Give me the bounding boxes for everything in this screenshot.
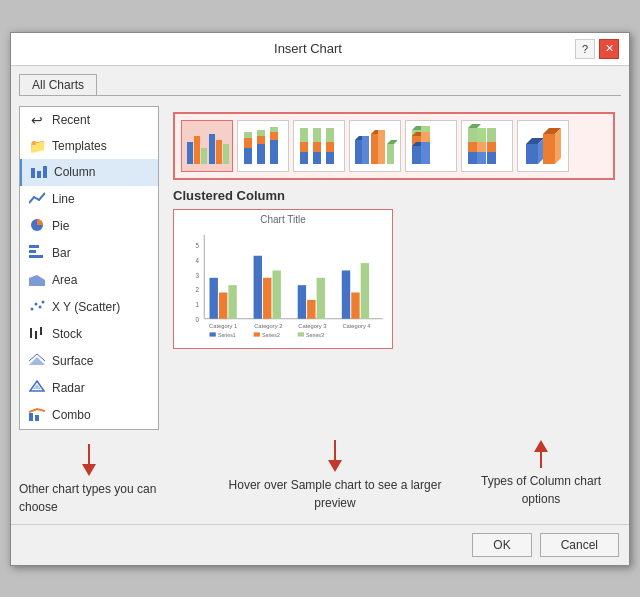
chart-type-area[interactable]: Area: [20, 267, 158, 294]
variant-clustered-column[interactable]: [181, 120, 233, 172]
svg-rect-104: [298, 332, 304, 336]
xy-scatter-icon: [28, 299, 46, 316]
radar-icon: [28, 380, 46, 397]
chart-type-radar[interactable]: Radar: [20, 375, 158, 402]
svg-rect-92: [317, 277, 325, 318]
line-icon: [28, 191, 46, 208]
svg-rect-94: [351, 292, 359, 318]
svg-text:2: 2: [195, 286, 199, 293]
svg-rect-45: [362, 136, 369, 164]
svg-rect-100: [210, 332, 216, 336]
chart-type-surface[interactable]: Surface: [20, 348, 158, 375]
sample-chart[interactable]: Chart Title 0 1 2 3 4 5: [173, 209, 393, 349]
svg-rect-34: [300, 152, 308, 164]
svg-rect-62: [468, 128, 477, 142]
tab-all-charts[interactable]: All Charts: [19, 74, 97, 95]
ok-button[interactable]: OK: [472, 533, 531, 557]
svg-rect-41: [326, 142, 334, 152]
svg-rect-0: [31, 168, 35, 178]
svg-text:Category 3: Category 3: [298, 323, 326, 329]
title-bar-controls: ? ✕: [575, 39, 619, 59]
svg-rect-26: [244, 138, 252, 148]
svg-rect-65: [477, 142, 486, 152]
svg-text:Series2: Series2: [262, 331, 280, 336]
area-label: Area: [52, 273, 77, 287]
svg-rect-58: [421, 132, 430, 142]
svg-rect-70: [526, 144, 538, 164]
surface-label: Surface: [52, 354, 93, 368]
combo-icon: [28, 407, 46, 424]
svg-rect-5: [29, 250, 36, 253]
svg-rect-18: [35, 415, 39, 421]
chart-variants: [173, 112, 615, 180]
other-chart-types-label: Other chart types you can choose: [19, 480, 159, 516]
hover-sample-label: Hover over Sample chart to see a larger …: [209, 476, 461, 512]
variant-3d-100-stacked-column[interactable]: [461, 120, 513, 172]
right-arrow-head-up: [534, 440, 548, 452]
chart-type-column[interactable]: Column: [20, 159, 158, 186]
title-bar: Insert Chart ? ✕: [11, 33, 629, 66]
chart-type-stock[interactable]: Stock: [20, 321, 158, 348]
pie-label: Pie: [52, 219, 69, 233]
svg-text:Category 2: Category 2: [254, 323, 282, 329]
variant-3d-clustered-column[interactable]: [349, 120, 401, 172]
svg-rect-66: [477, 128, 486, 142]
svg-rect-40: [326, 152, 334, 164]
variant-3d-stacked-column[interactable]: [405, 120, 457, 172]
svg-rect-43: [355, 140, 362, 164]
left-arrow-line: [88, 444, 90, 464]
svg-rect-67: [487, 152, 496, 164]
variant-3d-column[interactable]: [517, 120, 569, 172]
variant-stacked-column[interactable]: [237, 120, 289, 172]
svg-rect-88: [263, 277, 271, 318]
help-button[interactable]: ?: [575, 39, 595, 59]
svg-text:Category 1: Category 1: [209, 323, 237, 329]
chart-type-xy-scatter[interactable]: X Y (Scatter): [20, 294, 158, 321]
chart-type-bar[interactable]: Bar: [20, 240, 158, 267]
svg-rect-21: [201, 148, 207, 164]
svg-rect-6: [29, 255, 43, 258]
svg-rect-20: [194, 136, 200, 164]
svg-rect-22: [209, 134, 215, 164]
svg-rect-69: [487, 128, 496, 142]
chart-type-combo[interactable]: Combo: [20, 402, 158, 429]
svg-text:5: 5: [195, 242, 199, 249]
svg-rect-35: [300, 142, 308, 152]
recent-icon: ↩: [28, 112, 46, 128]
svg-text:Series1: Series1: [218, 331, 236, 336]
svg-text:Category 4: Category 4: [342, 323, 371, 329]
svg-rect-59: [421, 126, 430, 132]
svg-rect-61: [468, 142, 477, 152]
types-of-column-label: Types of Column chart options: [461, 472, 621, 508]
svg-rect-48: [378, 130, 385, 164]
svg-rect-17: [29, 413, 33, 421]
chart-type-recent[interactable]: ↩ Recent: [20, 107, 158, 133]
stock-icon: [28, 326, 46, 343]
close-button[interactable]: ✕: [599, 39, 619, 59]
svg-rect-37: [313, 152, 321, 164]
svg-rect-30: [257, 130, 265, 136]
svg-point-10: [39, 305, 42, 308]
svg-rect-27: [244, 132, 252, 138]
svg-rect-73: [543, 134, 555, 164]
svg-rect-19: [187, 142, 193, 164]
bar-label: Bar: [52, 246, 71, 260]
dialog-footer: OK Cancel: [11, 524, 629, 565]
svg-marker-63: [468, 124, 481, 128]
chart-type-templates[interactable]: 📁 Templates: [20, 133, 158, 159]
bar-icon: [28, 245, 46, 262]
chart-type-pie[interactable]: Pie: [20, 213, 158, 240]
chart-type-line[interactable]: Line: [20, 186, 158, 213]
recent-label: Recent: [52, 113, 90, 127]
surface-icon: [28, 353, 46, 370]
svg-rect-24: [223, 144, 229, 164]
svg-text:0: 0: [195, 315, 199, 322]
center-annotation: Hover over Sample chart to see a larger …: [159, 440, 461, 516]
variant-100-stacked-column[interactable]: [293, 120, 345, 172]
cancel-button[interactable]: Cancel: [540, 533, 619, 557]
svg-rect-91: [307, 299, 315, 318]
chart-title: Chart Title: [178, 214, 388, 225]
svg-rect-2: [43, 166, 47, 178]
area-icon: [28, 272, 46, 289]
svg-rect-42: [326, 128, 334, 142]
